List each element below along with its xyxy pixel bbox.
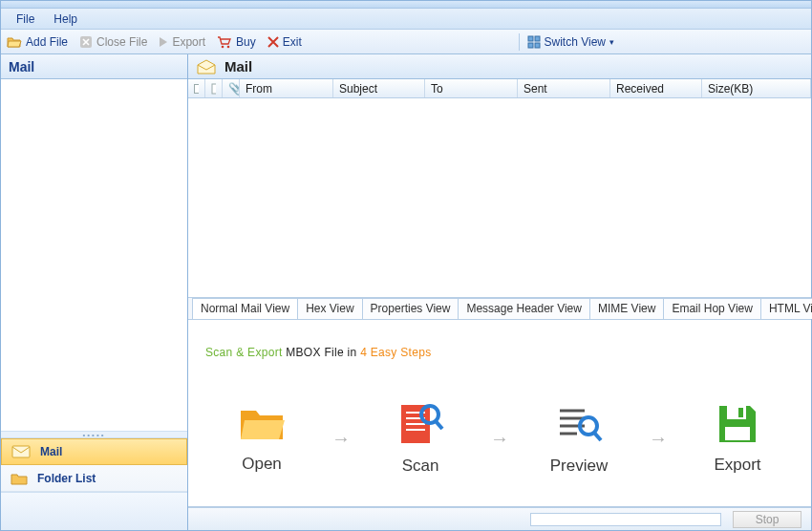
arrow-icon: → [490, 428, 509, 450]
envelope-open-icon [196, 58, 217, 75]
tab-html[interactable]: HTML View [760, 298, 812, 319]
column-headers: 📎 From Subject To Sent Received Size(KB) [188, 79, 811, 98]
col-size[interactable]: Size(KB) [702, 79, 811, 97]
export-button: Export [153, 35, 211, 49]
envelope-icon [11, 445, 31, 458]
arrow-icon: → [649, 428, 668, 450]
nav-mail[interactable]: Mail [1, 438, 187, 465]
svg-line-16 [436, 421, 442, 429]
tab-mime[interactable]: MIME View [589, 298, 664, 319]
step-open: Open [219, 403, 305, 474]
sidebar-title: Mail [1, 54, 187, 79]
tab-email-hop[interactable]: Email Hop View [663, 298, 760, 319]
menu-file[interactable]: File [7, 11, 44, 28]
folder-tree[interactable] [1, 79, 187, 431]
tab-hex[interactable]: Hex View [297, 298, 362, 319]
svg-point-1 [222, 45, 224, 48]
col-subject[interactable]: Subject [333, 79, 425, 97]
menubar: File Help [1, 9, 811, 30]
message-list[interactable] [188, 98, 811, 297]
grid-icon [527, 35, 541, 49]
close-square-icon [79, 35, 93, 49]
folder-open-icon [7, 35, 22, 49]
nav-folder-list[interactable]: Folder List [1, 465, 187, 492]
preview-pane: Scan & Export MBOX File in 4 Easy Steps … [188, 320, 811, 507]
mail-panel-header: Mail [188, 54, 811, 79]
exit-button[interactable]: Exit [262, 35, 308, 49]
svg-rect-24 [738, 408, 743, 417]
add-file-button[interactable]: Add File [1, 35, 74, 49]
status-bar: Stop [188, 507, 811, 530]
svg-line-22 [594, 433, 601, 440]
close-file-button: Close File [74, 35, 153, 49]
tab-normal-mail[interactable]: Normal Mail View [192, 298, 298, 319]
col-attachment[interactable]: 📎 [223, 79, 240, 97]
svg-rect-25 [725, 427, 750, 440]
menu-help[interactable]: Help [44, 11, 87, 28]
paperclip-icon: 📎 [228, 82, 240, 96]
svg-point-2 [227, 45, 230, 48]
col-checkbox[interactable] [188, 79, 205, 97]
step-export: Export [694, 402, 780, 475]
svg-rect-7 [12, 446, 30, 457]
stop-button: Stop [733, 511, 801, 528]
col-from[interactable]: From [240, 79, 333, 97]
cart-icon [217, 35, 232, 49]
progress-bar [530, 513, 721, 526]
step-scan: Scan [377, 401, 463, 476]
step-preview: Preview [536, 401, 622, 476]
buy-button[interactable]: Buy [211, 35, 262, 49]
svg-rect-5 [528, 43, 533, 48]
col-to[interactable]: To [425, 79, 518, 97]
x-icon [267, 36, 279, 48]
save-icon [716, 402, 759, 446]
svg-rect-9 [212, 84, 216, 94]
play-icon [159, 36, 168, 48]
svg-rect-6 [535, 43, 540, 48]
titlebar [1, 1, 811, 9]
preview-heading: Scan & Export MBOX File in 4 Easy Steps [205, 333, 794, 363]
chevron-down-icon: ▾ [609, 37, 614, 47]
svg-rect-3 [528, 36, 533, 41]
mail-panel-title: Mail [224, 58, 252, 74]
col-received[interactable]: Received [610, 79, 702, 97]
folder-open-large-icon [237, 403, 287, 445]
svg-rect-8 [195, 84, 200, 93]
sidebar: Mail ••••• Mail Folder List [1, 54, 188, 530]
tab-properties[interactable]: Properties View [362, 298, 459, 319]
document-search-icon [395, 401, 445, 447]
col-icon[interactable] [205, 79, 223, 97]
preview-tabs: Normal Mail View Hex View Properties Vie… [188, 297, 811, 320]
folder-icon [11, 472, 28, 485]
col-sent[interactable]: Sent [518, 79, 610, 97]
tab-message-header[interactable]: Message Header View [458, 298, 590, 319]
arrow-icon: → [331, 428, 351, 450]
splitter-gripper[interactable]: ••••• [1, 431, 187, 438]
svg-rect-4 [535, 36, 540, 41]
toolbar: Add File Close File Export Buy Exit Swit… [1, 30, 811, 54]
list-search-icon [554, 401, 604, 447]
switch-view-button[interactable]: Switch View ▾ [522, 35, 620, 49]
